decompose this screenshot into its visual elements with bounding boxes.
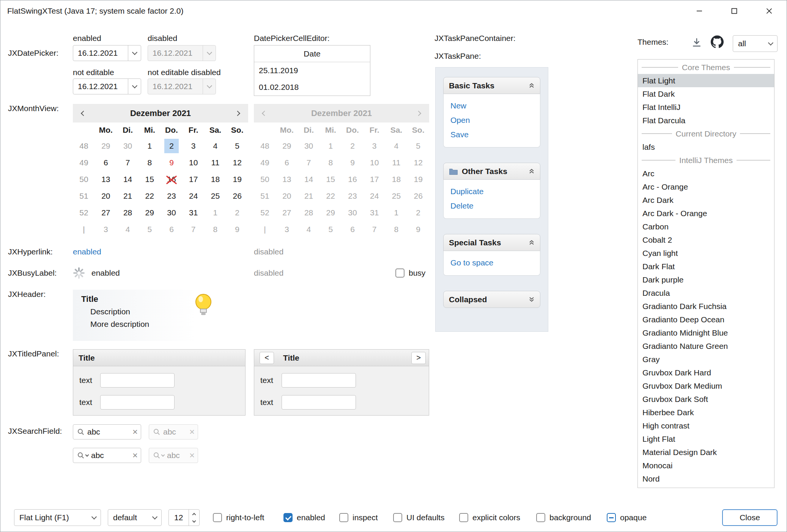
- theme-list-item[interactable]: Arc Dark: [638, 193, 774, 207]
- theme-list-item[interactable]: Gruvbox Dark Medium: [638, 379, 774, 392]
- task-link[interactable]: Duplicate: [444, 184, 540, 199]
- checkbox-box[interactable]: [283, 513, 293, 522]
- search-input-value[interactable]: abc: [87, 427, 130, 436]
- day-cell[interactable]: 9: [226, 221, 248, 238]
- day-cell[interactable]: 18: [205, 171, 227, 188]
- date-picker-enabled[interactable]: 16.12.2021: [73, 45, 141, 61]
- checkbox-box[interactable]: [395, 268, 405, 278]
- theme-list-item[interactable]: Cobalt 2: [638, 233, 774, 246]
- checkbox-box[interactable]: [213, 513, 222, 522]
- day-cell[interactable]: 31: [183, 204, 205, 221]
- task-pane-header[interactable]: Other Tasks: [443, 163, 540, 180]
- theme-list-item[interactable]: Dark purple: [638, 273, 774, 286]
- close-window-button[interactable]: [752, 0, 787, 22]
- task-link[interactable]: Open: [444, 113, 540, 127]
- spinner-up-button[interactable]: [189, 510, 199, 518]
- theme-list-item[interactable]: Gradianto Nature Green: [638, 339, 774, 353]
- hyperlink-enabled[interactable]: enabled: [73, 246, 101, 257]
- day-cell[interactable]: 30: [117, 138, 139, 154]
- task-link[interactable]: Save: [444, 127, 540, 142]
- theme-list-item[interactable]: Gray: [638, 353, 774, 366]
- day-cell[interactable]: 29: [95, 138, 117, 154]
- date-picker-value[interactable]: 16.12.2021: [73, 82, 128, 91]
- close-button[interactable]: Close: [722, 509, 778, 526]
- day-cell[interactable]: 22: [139, 188, 161, 204]
- theme-list-item[interactable]: Flat Light: [638, 74, 774, 87]
- day-cell[interactable]: 26: [226, 188, 248, 204]
- day-cell[interactable]: 11: [205, 154, 227, 171]
- text-input[interactable]: [282, 373, 356, 388]
- search-field-enabled[interactable]: abc ×: [73, 424, 141, 439]
- theme-list-item[interactable]: Dracula: [638, 286, 774, 300]
- day-cell[interactable]: 1: [139, 138, 161, 154]
- day-cell[interactable]: 24: [183, 188, 205, 204]
- day-cell[interactable]: 3: [95, 221, 117, 238]
- day-cell[interactable]: 16: [161, 171, 183, 188]
- theme-list-item[interactable]: Gradianto Dark Fuchsia: [638, 300, 774, 313]
- task-link[interactable]: Go to space: [444, 256, 540, 270]
- theme-list-item[interactable]: Gruvbox Dark Hard: [638, 366, 774, 379]
- laf-combobox[interactable]: Flat Light (F1): [14, 509, 101, 526]
- busy-checkbox[interactable]: busy: [395, 265, 425, 281]
- day-cell[interactable]: 3: [183, 138, 205, 154]
- day-cell[interactable]: 2: [226, 204, 248, 221]
- github-button[interactable]: [711, 35, 724, 48]
- day-cell[interactable]: 10: [183, 154, 205, 171]
- checkbox-right-to-left[interactable]: right-to-left: [213, 509, 264, 526]
- theme-list-item[interactable]: Dark Flat: [638, 260, 774, 273]
- day-cell[interactable]: 7: [183, 221, 205, 238]
- theme-list-item[interactable]: Light Flat: [638, 432, 774, 446]
- theme-list-item[interactable]: Gradianto Midnight Blue: [638, 326, 774, 339]
- day-cell[interactable]: 28: [117, 204, 139, 221]
- day-cell[interactable]: 25: [205, 188, 227, 204]
- day-cell[interactable]: 20: [95, 188, 117, 204]
- day-cell[interactable]: 8: [139, 154, 161, 171]
- day-cell[interactable]: 21: [117, 188, 139, 204]
- checkbox-box[interactable]: [339, 513, 348, 522]
- style-combobox[interactable]: default: [108, 509, 162, 526]
- checkbox-box[interactable]: [607, 513, 616, 522]
- task-link[interactable]: New: [444, 99, 540, 113]
- day-cell[interactable]: 8: [205, 221, 227, 238]
- day-cell[interactable]: 4: [205, 138, 227, 154]
- date-picker-not-editable[interactable]: 16.12.2021: [73, 78, 141, 94]
- theme-list-item[interactable]: Carbon: [638, 220, 774, 233]
- maximize-button[interactable]: [717, 0, 752, 22]
- next-month-button[interactable]: [228, 111, 248, 115]
- themes-filter-combobox[interactable]: all: [733, 35, 778, 52]
- day-cell[interactable]: 30: [161, 204, 183, 221]
- text-input[interactable]: [100, 373, 175, 388]
- date-picker-value[interactable]: 16.12.2021: [73, 49, 128, 58]
- checkbox-box[interactable]: [536, 513, 545, 522]
- scroll-right-button[interactable]: >: [411, 352, 426, 364]
- day-cell[interactable]: 5: [139, 221, 161, 238]
- checkbox-box[interactable]: [393, 513, 402, 522]
- search-field-with-menu[interactable]: abc ×: [73, 448, 141, 463]
- clear-icon[interactable]: ×: [132, 427, 138, 436]
- day-cell[interactable]: 19: [226, 171, 248, 188]
- clear-icon[interactable]: ×: [132, 451, 138, 460]
- day-cell[interactable]: 12: [226, 154, 248, 171]
- previous-month-button[interactable]: [73, 111, 93, 115]
- day-cell[interactable]: 14: [117, 171, 139, 188]
- day-cell[interactable]: 13: [95, 171, 117, 188]
- day-cell[interactable]: 1: [205, 204, 227, 221]
- spinner-value[interactable]: 12: [169, 510, 189, 526]
- checkbox-explicit-colors[interactable]: explicit colors: [459, 509, 520, 526]
- table-row[interactable]: 25.11.2019: [254, 62, 370, 79]
- checkbox-ui-defaults[interactable]: UI defaults: [393, 509, 444, 526]
- theme-list-item[interactable]: Arc Dark - Orange: [638, 207, 774, 220]
- theme-list-item[interactable]: Cyan light: [638, 246, 774, 260]
- task-pane-header[interactable]: Basic Tasks: [443, 77, 540, 94]
- theme-list-item[interactable]: Monocai: [638, 459, 774, 472]
- date-picker-dropdown-button[interactable]: [128, 79, 141, 94]
- day-cell[interactable]: 29: [139, 204, 161, 221]
- text-input[interactable]: [100, 395, 175, 410]
- task-pane-header[interactable]: Special Tasks: [443, 234, 540, 251]
- day-cell[interactable]: 7: [117, 154, 139, 171]
- day-cell[interactable]: 5: [226, 138, 248, 154]
- theme-list-item[interactable]: Flat Darcula: [638, 114, 774, 127]
- theme-list-item[interactable]: Flat IntelliJ: [638, 100, 774, 114]
- day-cell[interactable]: 2: [161, 138, 183, 154]
- day-cell[interactable]: 15: [139, 171, 161, 188]
